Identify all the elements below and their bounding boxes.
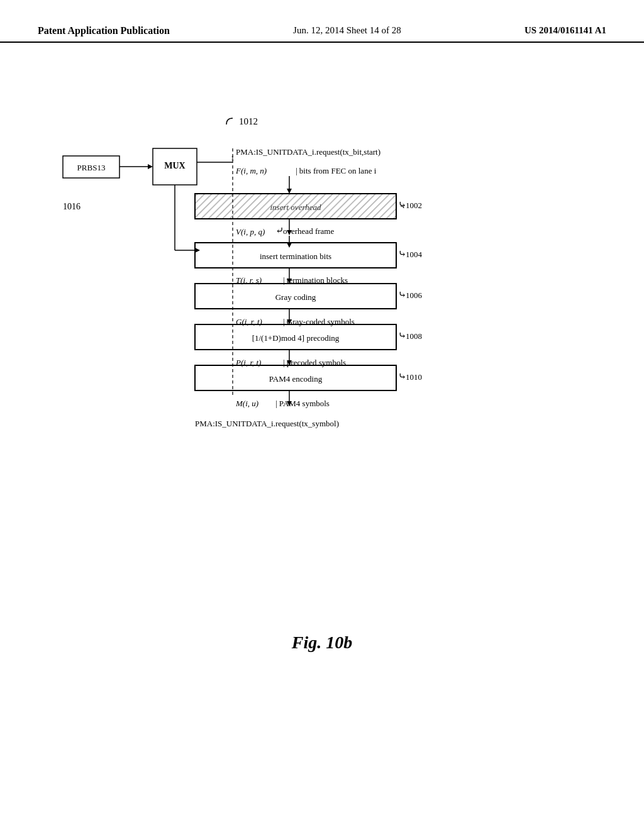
overhead-frame-label: overhead frame bbox=[283, 226, 334, 236]
ref-1006-mark: ⤷ bbox=[398, 289, 406, 300]
pam4-symbols-label: | PAM4 symbols bbox=[275, 399, 330, 408]
label-1012: 1012 bbox=[239, 116, 258, 126]
ref-1010: 1010 bbox=[406, 372, 422, 382]
miu-label: M(i, u) bbox=[235, 399, 258, 408]
fimn-label: F(i, m, n) bbox=[235, 166, 267, 175]
pma-bottom-label: PMA:IS_UNITDATA_i.request(tx_symbol) bbox=[195, 419, 339, 428]
patent-diagram: 1012 PRBS13 MUX 1016 1 PMA:IS_UNITDATA_i… bbox=[50, 106, 591, 640]
insert-termination-label: insert termination bits bbox=[260, 252, 331, 261]
svg-marker-5 bbox=[287, 243, 292, 248]
ref-1004: 1004 bbox=[406, 250, 423, 259]
label-1016: 1016 bbox=[63, 202, 80, 211]
diagram-area: 1012 PRBS13 MUX 1016 1 PMA:IS_UNITDATA_i… bbox=[0, 43, 644, 766]
vipq-label: V(i, p, q) bbox=[236, 227, 265, 236]
ref-1006: 1006 bbox=[406, 290, 423, 300]
ref-1008-mark: ⤷ bbox=[398, 330, 406, 341]
ref-1010-mark: ⤷ bbox=[398, 371, 406, 382]
prbs13-label: PRBS13 bbox=[77, 163, 106, 172]
mux-label: MUX bbox=[164, 161, 185, 170]
ref-1004-mark: ⤷ bbox=[398, 248, 406, 259]
gray-coding-label: Gray coding bbox=[275, 292, 316, 302]
page-header: Patent Application Publication Jun. 12, … bbox=[0, 0, 644, 43]
svg-marker-4 bbox=[195, 248, 200, 253]
insert-overhead-label: insert overhead bbox=[270, 202, 321, 212]
publication-label: Patent Application Publication bbox=[38, 25, 170, 36]
pma-top-label: PMA:IS_UNITDATA_i.request(tx_bit,start) bbox=[236, 147, 380, 157]
precoding-label: [1/(1+D)mod 4] precoding bbox=[252, 333, 340, 343]
patent-number-label: US 2014/0161141 A1 bbox=[525, 25, 606, 36]
date-sheet-label: Jun. 12, 2014 Sheet 14 of 28 bbox=[293, 25, 401, 36]
svg-marker-0 bbox=[148, 164, 153, 169]
fec-label: | bits from FEC on lane i bbox=[296, 166, 377, 175]
ref-1008: 1008 bbox=[406, 331, 422, 341]
svg-marker-1 bbox=[287, 189, 292, 194]
ref-1002-mark: ⤷ bbox=[398, 199, 406, 210]
ref-1002: 1002 bbox=[406, 201, 422, 210]
figure-caption: Fig. 10b bbox=[292, 633, 352, 653]
pam4-label: PAM4 encoding bbox=[269, 374, 323, 384]
